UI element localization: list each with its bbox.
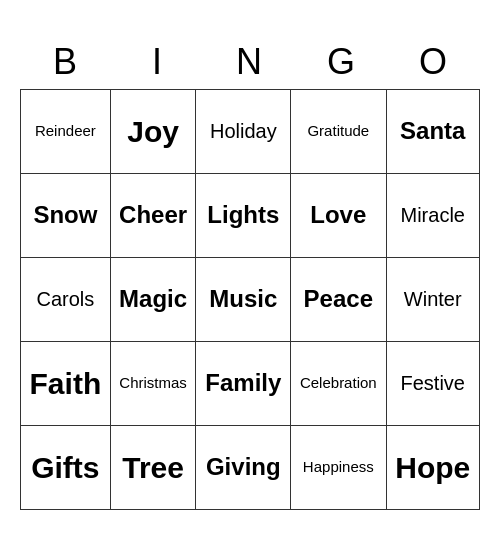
grid-cell-r0-c0: Reindeer [21, 89, 111, 173]
cell-text: Faith [25, 367, 106, 400]
grid-cell-r2-c0: Carols [21, 257, 111, 341]
grid-cell-r1-c3: Love [291, 173, 386, 257]
grid-cell-r0-c4: Santa [386, 89, 480, 173]
cell-text: Celebration [295, 375, 381, 392]
grid-cell-r0-c2: Holiday [196, 89, 291, 173]
table-row: GiftsTreeGivingHappinessHope [21, 425, 480, 509]
grid-cell-r3-c0: Faith [21, 341, 111, 425]
header-letter-b: B [20, 35, 112, 89]
cell-text: Santa [391, 118, 476, 144]
cell-text: Carols [25, 288, 106, 310]
cell-text: Magic [115, 286, 192, 312]
grid-cell-r4-c3: Happiness [291, 425, 386, 509]
cell-text: Cheer [115, 202, 192, 228]
cell-text: Happiness [295, 459, 381, 476]
grid-cell-r1-c4: Miracle [386, 173, 480, 257]
cell-text: Christmas [115, 375, 192, 392]
cell-text: Miracle [391, 204, 476, 226]
cell-text: Lights [200, 202, 286, 228]
table-row: ReindeerJoyHolidayGratitudeSanta [21, 89, 480, 173]
cell-text: Tree [115, 451, 192, 484]
grid-cell-r0-c1: Joy [110, 89, 196, 173]
grid-cell-r1-c2: Lights [196, 173, 291, 257]
cell-text: Music [200, 286, 286, 312]
grid-cell-r3-c4: Festive [386, 341, 480, 425]
cell-text: Peace [295, 286, 381, 312]
grid-cell-r3-c1: Christmas [110, 341, 196, 425]
grid-cell-r3-c2: Family [196, 341, 291, 425]
cell-text: Holiday [200, 120, 286, 142]
cell-text: Reindeer [25, 123, 106, 140]
cell-text: Gratitude [295, 123, 381, 140]
grid-cell-r4-c4: Hope [386, 425, 480, 509]
grid-cell-r2-c2: Music [196, 257, 291, 341]
grid-cell-r4-c2: Giving [196, 425, 291, 509]
table-row: SnowCheerLightsLoveMiracle [21, 173, 480, 257]
cell-text: Gifts [25, 451, 106, 484]
cell-text: Giving [200, 454, 286, 480]
bingo-grid: ReindeerJoyHolidayGratitudeSantaSnowChee… [20, 89, 480, 510]
grid-cell-r1-c0: Snow [21, 173, 111, 257]
bingo-header: BINGO [20, 35, 480, 89]
cell-text: Love [295, 202, 381, 228]
cell-text: Hope [391, 451, 476, 484]
cell-text: Family [200, 370, 286, 396]
grid-cell-r4-c0: Gifts [21, 425, 111, 509]
cell-text: Winter [391, 288, 476, 310]
grid-cell-r2-c3: Peace [291, 257, 386, 341]
header-letter-g: G [296, 35, 388, 89]
header-letter-i: I [112, 35, 204, 89]
header-letter-n: N [204, 35, 296, 89]
grid-cell-r3-c3: Celebration [291, 341, 386, 425]
header-letter-o: O [388, 35, 480, 89]
grid-cell-r2-c4: Winter [386, 257, 480, 341]
cell-text: Joy [115, 115, 192, 148]
cell-text: Festive [391, 372, 476, 394]
cell-text: Snow [25, 202, 106, 228]
table-row: CarolsMagicMusicPeaceWinter [21, 257, 480, 341]
table-row: FaithChristmasFamilyCelebrationFestive [21, 341, 480, 425]
grid-cell-r2-c1: Magic [110, 257, 196, 341]
grid-cell-r4-c1: Tree [110, 425, 196, 509]
grid-cell-r0-c3: Gratitude [291, 89, 386, 173]
grid-cell-r1-c1: Cheer [110, 173, 196, 257]
